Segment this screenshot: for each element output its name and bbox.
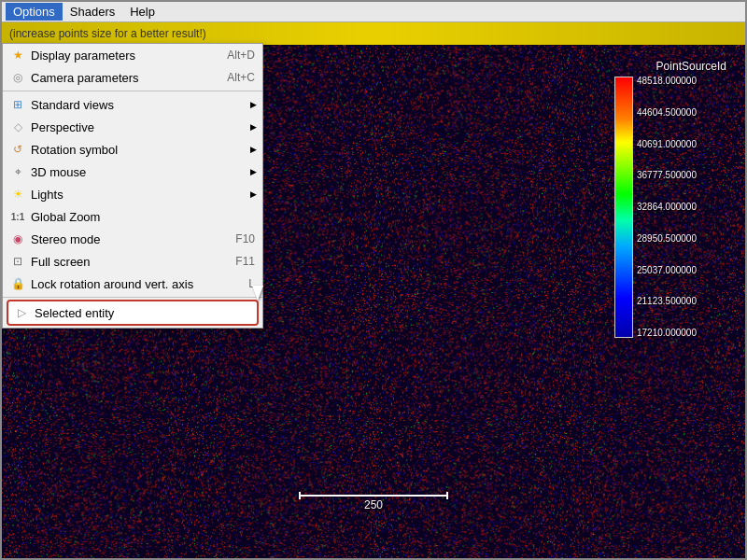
legend-label-2: 40691.000000 <box>637 140 697 149</box>
full-screen-label: Full screen <box>31 255 235 269</box>
legend-label-6: 25037.000000 <box>637 266 697 275</box>
legend-label-5: 28950.500000 <box>637 234 697 244</box>
display-parameters-icon: ★ <box>10 48 25 63</box>
legend-label-1: 44604.500000 <box>637 108 697 118</box>
legend-label-0: 48518.000000 <box>637 77 697 86</box>
legend-color-bar <box>614 77 633 338</box>
dropdown-separator-12 <box>3 297 262 298</box>
perspective-label: Perspective <box>31 120 255 134</box>
dropdown-item-3d-mouse[interactable]: ⌖3D mouse <box>3 161 262 183</box>
legend-label-7: 21123.500000 <box>637 297 697 306</box>
lock-rotation-icon: 🔒 <box>10 276 25 291</box>
camera-parameters-icon: ◎ <box>10 70 25 85</box>
display-parameters-label: Display parameters <box>31 49 227 63</box>
dropdown-item-perspective[interactable]: ◇Perspective <box>3 116 262 138</box>
lights-icon: ☀ <box>10 187 25 202</box>
warning-text: (increase points size for a better resul… <box>9 27 206 40</box>
perspective-icon: ◇ <box>10 119 25 134</box>
standard-views-label: Standard views <box>31 98 255 112</box>
scale-label: 250 <box>364 498 383 511</box>
color-legend: PointSourceId 48518.00000044604.50000040… <box>614 60 726 338</box>
dropdown-separator-2 <box>3 91 262 91</box>
scale-bar: 250 <box>299 495 448 511</box>
full-screen-icon: ⊡ <box>10 254 25 269</box>
dropdown-item-stereo-mode[interactable]: ◉Stereo modeF10 <box>3 228 262 250</box>
scale-line <box>299 495 448 497</box>
standard-views-icon: ⊞ <box>10 97 25 112</box>
menu-bar: Options Shaders Help <box>2 2 745 22</box>
display-parameters-shortcut: Alt+D <box>227 49 255 62</box>
lock-rotation-label: Lock rotation around vert. axis <box>31 277 248 291</box>
legend-label-4: 32864.000000 <box>637 203 697 212</box>
dropdown-item-global-zoom[interactable]: 1:1Global Zoom <box>3 205 262 228</box>
selected-entity-label: Selected entity <box>35 306 251 320</box>
options-dropdown: ★Display parametersAlt+D◎Camera paramete… <box>2 43 263 329</box>
legend-label-3: 36777.500000 <box>637 171 697 180</box>
menu-help[interactable]: Help <box>122 3 162 21</box>
dropdown-item-standard-views[interactable]: ⊞Standard views <box>3 93 262 116</box>
dropdown-item-camera-parameters[interactable]: ◎Camera parametersAlt+C <box>3 66 262 89</box>
dropdown-item-lock-rotation[interactable]: 🔒Lock rotation around vert. axisL <box>3 273 262 295</box>
warning-banner: (increase points size for a better resul… <box>2 22 745 45</box>
rotation-symbol-label: Rotation symbol <box>31 143 255 157</box>
app-window: Options Shaders Help (increase points si… <box>0 0 747 560</box>
stereo-mode-icon: ◉ <box>10 231 25 246</box>
3d-mouse-icon: ⌖ <box>10 164 25 179</box>
content-area: (increase points size for a better resul… <box>2 22 745 558</box>
stereo-mode-label: Stereo mode <box>31 232 235 246</box>
selected-entity-icon: ▷ <box>14 305 29 320</box>
dropdown-item-full-screen[interactable]: ⊡Full screenF11 <box>3 250 262 273</box>
menu-options[interactable]: Options <box>6 3 63 21</box>
full-screen-shortcut: F11 <box>235 255 255 268</box>
legend-label-8: 17210.000000 <box>637 329 697 338</box>
legend-body: 48518.00000044604.50000040691.0000003677… <box>614 77 726 338</box>
lights-label: Lights <box>31 188 255 202</box>
3d-mouse-label: 3D mouse <box>31 165 255 179</box>
dropdown-item-lights[interactable]: ☀Lights <box>3 183 262 205</box>
camera-parameters-label: Camera parameters <box>31 71 227 85</box>
rotation-symbol-icon: ↺ <box>10 142 25 157</box>
dropdown-item-display-parameters[interactable]: ★Display parametersAlt+D <box>3 44 262 66</box>
global-zoom-label: Global Zoom <box>31 210 255 224</box>
dropdown-item-rotation-symbol[interactable]: ↺Rotation symbol <box>3 138 262 161</box>
legend-labels: 48518.00000044604.50000040691.0000003677… <box>637 77 697 338</box>
stereo-mode-shortcut: F10 <box>235 232 255 245</box>
camera-parameters-shortcut: Alt+C <box>227 71 255 84</box>
lock-rotation-shortcut: L <box>248 277 255 290</box>
dropdown-item-selected-entity[interactable]: ▷Selected entity <box>7 300 259 326</box>
global-zoom-icon: 1:1 <box>10 209 25 224</box>
legend-title: PointSourceId <box>614 60 726 73</box>
menu-shaders[interactable]: Shaders <box>63 3 122 21</box>
